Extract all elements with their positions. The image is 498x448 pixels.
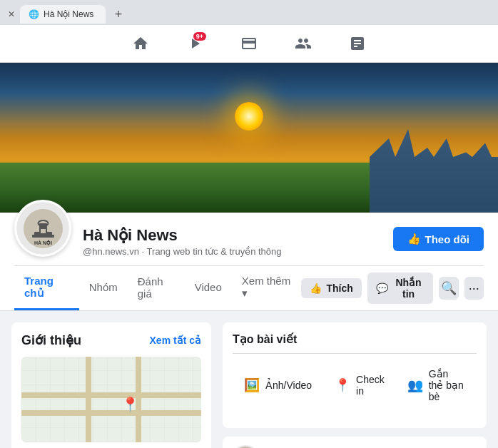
- map-road-horizontal-2: [21, 410, 201, 416]
- profile-info: HÀ NỘI Hà Nội News @hn.news.vn · Trang w…: [14, 213, 484, 265]
- browser-chrome: ✕ 🌐 Hà Nội News +: [0, 0, 498, 25]
- see-all-link[interactable]: Xem tất cả: [150, 335, 201, 346]
- notification-badge: 9+: [193, 32, 206, 41]
- friends-nav-icon[interactable]: [290, 31, 316, 56]
- like-button[interactable]: 👍 Thích: [301, 278, 361, 298]
- new-tab-button[interactable]: +: [108, 4, 128, 24]
- tab-actions: 👍 Thích 💬 Nhắn tin 🔍 ···: [301, 273, 484, 304]
- tab-video[interactable]: Video: [185, 273, 232, 304]
- sun-decoration: [235, 102, 263, 131]
- map-placeholder: 📍: [21, 357, 201, 442]
- page-title: Hà Nội News: [83, 226, 382, 245]
- check-in-action[interactable]: 📍 Check in: [323, 362, 396, 408]
- store-nav-icon[interactable]: [236, 31, 262, 56]
- avatar: HÀ NỘI: [14, 200, 71, 257]
- active-tab[interactable]: 🌐 Hà Nội News: [20, 5, 106, 24]
- portal-nav-icon[interactable]: [345, 31, 370, 56]
- map-pin-icon: 📍: [121, 396, 139, 413]
- more-button[interactable]: ···: [464, 277, 484, 300]
- follow-button[interactable]: 👍 Theo dõi: [393, 227, 484, 251]
- tag-friends-action[interactable]: 👥 Gắn thẻ bạn bè: [396, 362, 477, 408]
- follow-label: Theo dõi: [425, 233, 470, 245]
- main-content: Giới thiệu Xem tất cả 📍 📍 197 Trần Phú H…: [0, 311, 498, 448]
- check-in-icon: 📍: [335, 377, 350, 393]
- map-road-vertical: [86, 357, 91, 442]
- tab-favicon: 🌐: [29, 9, 39, 19]
- tab-xem-them[interactable]: Xem thêm ▾: [232, 266, 302, 310]
- post-header: Hà Nội News Hôm qua lúc 20:18 🌐 ···: [223, 437, 487, 448]
- avatar-image: HÀ NỘI: [16, 202, 69, 255]
- right-column: Tạo bài viết 🖼️ Ảnh/Video 📍 Check in 👥 G…: [223, 322, 487, 448]
- cover-photo: [0, 63, 498, 213]
- search-button[interactable]: 🔍: [439, 277, 458, 300]
- photo-video-action[interactable]: 🖼️ Ảnh/Video: [233, 362, 323, 408]
- profile-text: Hà Nội News @hn.news.vn · Trang web tin …: [83, 226, 382, 257]
- svg-rect-5: [41, 229, 46, 233]
- like-icon: 👍: [310, 282, 322, 294]
- create-post-card: Tạo bài viết 🖼️ Ảnh/Video 📍 Check in 👥 G…: [223, 322, 487, 428]
- intro-header: Giới thiệu Xem tất cả: [21, 332, 201, 348]
- post-actions-row: 🖼️ Ảnh/Video 📍 Check in 👥 Gắn thẻ bạn bè: [233, 362, 477, 408]
- tab-nhom[interactable]: Nhóm: [79, 273, 128, 304]
- tag-friends-icon: 👥: [407, 377, 423, 393]
- tab-label: Hà Nội News: [44, 9, 93, 19]
- page-tabs: Trang chủ Nhóm Đánh giá Video Xem thêm ▾…: [14, 265, 484, 310]
- tab-close-icon[interactable]: ✕: [6, 9, 17, 20]
- tab-bar: ✕ 🌐 Hà Nội News +: [0, 0, 498, 24]
- svg-rect-2: [32, 235, 54, 238]
- profile-section: HÀ NỘI Hà Nội News @hn.news.vn · Trang w…: [0, 213, 498, 311]
- home-nav-icon[interactable]: [128, 31, 153, 56]
- follow-icon: 👍: [407, 233, 421, 245]
- facebook-navbar: 9+: [0, 25, 498, 63]
- post-author-avatar: [231, 445, 260, 448]
- map-road-horizontal: [21, 392, 201, 398]
- create-post-title: Tạo bài viết: [233, 332, 477, 354]
- profile-subtitle: @hn.news.vn · Trang web tin tức & truyền…: [83, 246, 382, 257]
- map-grid: [21, 357, 201, 442]
- intro-title: Giới thiệu: [21, 332, 81, 348]
- message-icon: 💬: [376, 282, 388, 294]
- tab-danh-gia[interactable]: Đánh giá: [128, 267, 185, 310]
- message-button[interactable]: 💬 Nhắn tin: [367, 273, 434, 304]
- tab-trang-chu[interactable]: Trang chủ: [14, 266, 79, 310]
- post-card: Hà Nội News Hôm qua lúc 20:18 🌐 ···: [223, 437, 487, 448]
- left-column: Giới thiệu Xem tất cả 📍 📍 197 Trần Phú H…: [11, 322, 211, 448]
- svg-text:HÀ NỘI: HÀ NỘI: [34, 240, 51, 246]
- intro-card: Giới thiệu Xem tất cả 📍 📍 197 Trần Phú H…: [11, 322, 211, 448]
- video-nav-icon[interactable]: 9+: [182, 31, 208, 56]
- photo-video-icon: 🖼️: [244, 377, 260, 393]
